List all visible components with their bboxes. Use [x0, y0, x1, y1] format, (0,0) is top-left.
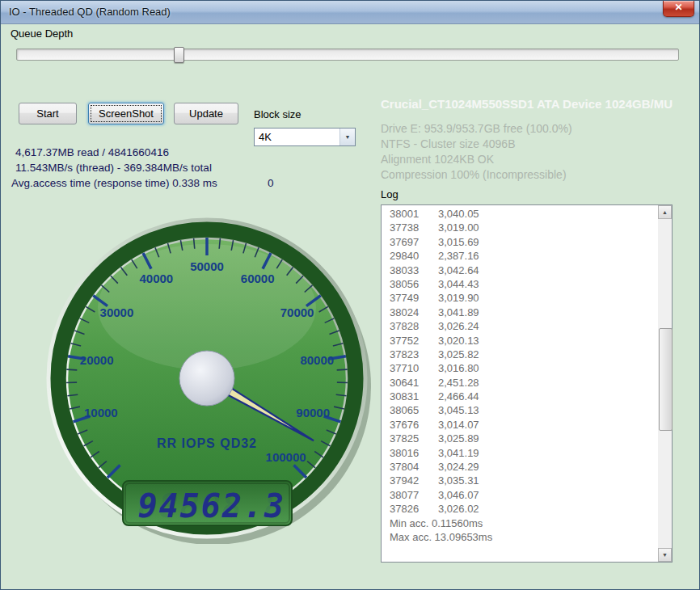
log-row[interactable]: 378253,025.89 — [382, 432, 658, 446]
queue-depth-slider-thumb[interactable] — [174, 47, 184, 63]
log-row[interactable]: 380773,046.07 — [382, 489, 658, 503]
scrollbar-thumb[interactable] — [659, 328, 673, 431]
log-row[interactable]: 380013,040.05 — [382, 208, 658, 221]
log-row[interactable]: 377383,019.00 — [382, 221, 658, 235]
scroll-up-button[interactable]: ▲ — [658, 205, 672, 219]
block-size-select[interactable]: 4K ▼ — [254, 128, 356, 146]
gauge-tick-label: 10000 — [84, 406, 118, 419]
throughput-stat: 11.543MB/s (thread) - 369.384MB/s total — [15, 162, 212, 174]
app-window: IO - Threaded QD (Random Read) ✕ Queue D… — [0, 0, 700, 590]
device-compression-info: Compression 100% (Incompressible) — [381, 167, 572, 183]
start-button[interactable]: Start — [19, 103, 77, 124]
queue-depth-slider[interactable] — [16, 48, 679, 61]
log-row[interactable]: 377493,019.90 — [382, 292, 658, 306]
log-row[interactable]: 376973,015.69 — [382, 236, 658, 250]
gauge-svg: 1000020000300004000050000600007000080000… — [41, 213, 373, 544]
scroll-down-button[interactable]: ▼ — [658, 548, 672, 562]
close-button[interactable]: ✕ — [663, 1, 694, 17]
gauge-tick-label: 60000 — [241, 272, 275, 285]
device-title: Crucial_CT1024M550SSD1 ATA Device 1024GB… — [381, 97, 699, 111]
log-row[interactable]: 380163,041.19 — [382, 447, 658, 461]
log-row[interactable]: 380333,042.64 — [382, 264, 658, 278]
block-size-value: 4K — [259, 131, 272, 143]
log-row[interactable]: 378043,024.29 — [382, 461, 658, 474]
screenshot-button[interactable]: ScreenShot — [88, 103, 164, 124]
counter-value: 0 — [268, 177, 274, 189]
gauge-minor-tick — [66, 369, 77, 370]
log-scrollbar[interactable]: ▲ ▼ — [658, 205, 672, 562]
log-row[interactable]: 376763,014.07 — [382, 419, 658, 432]
gauge-tick-label: 30000 — [100, 306, 134, 319]
title-bar[interactable]: IO - Threaded QD (Random Read) ✕ — [1, 1, 699, 24]
log-row[interactable]: 379423,035.31 — [382, 474, 658, 488]
gauge-tick-label: 90000 — [296, 406, 330, 419]
update-button[interactable]: Update — [174, 103, 238, 124]
log-row[interactable]: 306412,451.28 — [382, 377, 658, 390]
block-size-label: Block size — [254, 108, 302, 120]
log-footer-row: Max acc. 13.09653ms — [382, 531, 658, 545]
log-row[interactable]: 380563,044.43 — [382, 278, 658, 292]
log-row[interactable]: 380653,045.13 — [382, 404, 658, 418]
gauge-tick-label: 80000 — [300, 353, 334, 367]
log-row[interactable]: 298402,387.16 — [382, 250, 658, 263]
log-label: Log — [381, 188, 398, 200]
scroll-down-icon: ▼ — [659, 549, 671, 561]
gauge-title: RR IOPS QD32 — [157, 436, 257, 450]
queue-depth-label: Queue Depth — [11, 27, 73, 40]
log-row[interactable]: 378283,026.24 — [382, 320, 658, 334]
gauge-tick-label: 40000 — [139, 272, 173, 285]
device-drive-info: Drive E: 953.9/953.7GB free (100.0%) — [381, 121, 572, 137]
log-listbox[interactable]: 380013,040.05377383,019.00376973,015.692… — [381, 204, 673, 563]
dropdown-arrow-icon: ▼ — [339, 129, 355, 145]
log-list: 380013,040.05377383,019.00376973,015.692… — [382, 208, 658, 562]
read-total-stat: 4,617.37MB read / 4841660416 — [15, 146, 169, 158]
gauge-lcd-value: 94562.3 — [137, 487, 285, 525]
gauge-lcd: 88888.8 94562.3 — [123, 481, 292, 525]
gauge-tick-label: 100000 — [266, 450, 306, 464]
log-row[interactable]: 377103,016.80 — [382, 362, 658, 376]
log-row[interactable]: 378233,025.82 — [382, 348, 658, 362]
log-footer-row: Min acc. 0.11560ms — [382, 517, 658, 531]
close-icon: ✕ — [674, 2, 682, 13]
device-filesystem-info: NTFS - Cluster size 4096B — [381, 137, 572, 152]
gauge-hub — [179, 351, 234, 406]
gauge-tick-label: 70000 — [280, 306, 314, 319]
log-row[interactable]: 380243,041.89 — [382, 306, 658, 320]
gauge-minor-tick — [337, 369, 348, 370]
log-row[interactable]: 308312,466.44 — [382, 390, 658, 404]
window-title: IO - Threaded QD (Random Read) — [9, 6, 171, 18]
gauge-tick-label: 50000 — [190, 259, 224, 273]
gauge-tick-label: 20000 — [80, 353, 114, 367]
device-alignment-info: Alignment 1024KB OK — [381, 152, 572, 167]
scroll-up-icon: ▲ — [659, 206, 671, 218]
access-time-stat: Avg.access time (response time) 0.338 ms — [11, 177, 217, 189]
log-row[interactable]: 378263,026.02 — [382, 503, 658, 516]
device-info: Drive E: 953.9/953.7GB free (100.0%) NTF… — [381, 121, 572, 183]
log-row[interactable]: 377523,020.13 — [382, 335, 658, 348]
